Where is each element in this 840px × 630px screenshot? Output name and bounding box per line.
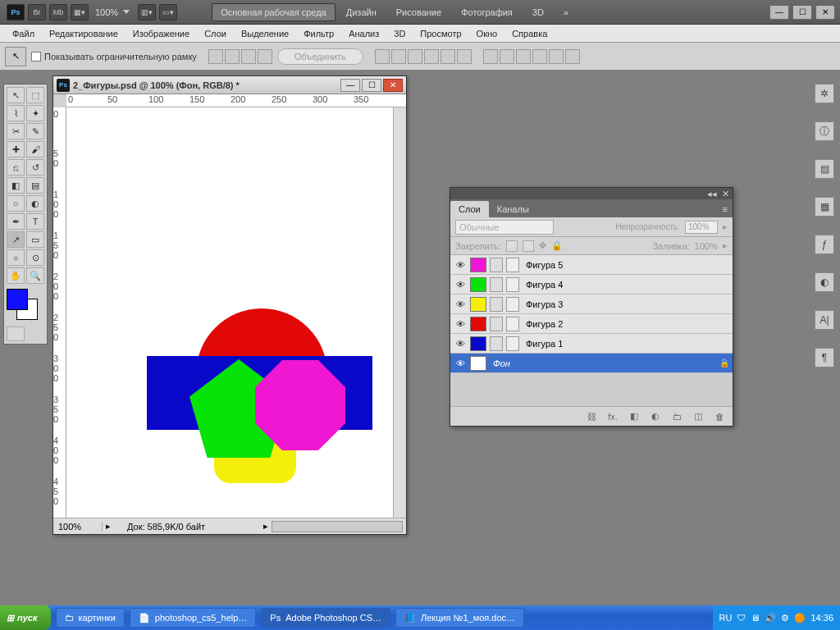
align-right-icon[interactable] bbox=[457, 49, 472, 64]
taskbar-item[interactable]: Ps Adobe Photoshop CS… bbox=[261, 608, 390, 628]
lock-move-icon[interactable]: ✥ bbox=[539, 240, 546, 251]
menu-select[interactable]: Выделение bbox=[234, 26, 296, 41]
workspace-paint[interactable]: Рисование bbox=[387, 3, 450, 21]
workspace-3d[interactable]: 3D bbox=[523, 3, 553, 21]
vector-mask-icon[interactable] bbox=[490, 297, 503, 312]
visibility-icon[interactable]: 👁 bbox=[454, 317, 467, 331]
align-icon[interactable] bbox=[225, 49, 240, 64]
vector-mask-icon[interactable] bbox=[490, 317, 503, 331]
marquee-tool-icon[interactable]: ⬚ bbox=[26, 87, 44, 103]
layer-name[interactable]: Фон bbox=[490, 358, 510, 368]
menu-window[interactable]: Окно bbox=[469, 26, 505, 41]
tray-icon[interactable]: 🖥 bbox=[751, 613, 760, 623]
vector-mask-icon[interactable] bbox=[490, 336, 503, 351]
gradient-tool-icon[interactable]: ▤ bbox=[26, 177, 44, 194]
lasso-tool-icon[interactable]: ⌇ bbox=[7, 105, 25, 121]
dodge-tool-icon[interactable]: ◐ bbox=[26, 195, 44, 212]
workspace-design[interactable]: Дизайн bbox=[337, 3, 386, 21]
fx-icon[interactable]: fx. bbox=[606, 411, 619, 422]
zoom-level[interactable]: 100% bbox=[95, 7, 118, 17]
align-icon[interactable] bbox=[241, 49, 256, 64]
mask-add-icon[interactable]: ◧ bbox=[628, 411, 641, 422]
zoom-tool-icon[interactable]: 🔍 bbox=[26, 267, 44, 284]
bridge-icon[interactable]: Br bbox=[28, 4, 46, 21]
tray-icon[interactable]: 🔊 bbox=[765, 613, 776, 623]
layer-row[interactable]: 👁Фигура 4 bbox=[450, 275, 733, 294]
doc-maximize-button[interactable]: ☐ bbox=[362, 79, 381, 92]
doc-close-button[interactable]: ✕ bbox=[383, 79, 403, 92]
layer-thumb[interactable] bbox=[470, 317, 486, 331]
panel-header[interactable]: ◂◂✕ bbox=[450, 188, 733, 199]
crop-tool-icon[interactable]: ✂ bbox=[7, 123, 25, 139]
type-tool-icon[interactable]: T bbox=[26, 213, 44, 230]
visibility-icon[interactable]: 👁 bbox=[454, 258, 467, 272]
shape-tool-icon[interactable]: ▭ bbox=[26, 231, 44, 248]
menu-image[interactable]: Изображение bbox=[126, 26, 197, 41]
combine-button[interactable]: Объединить bbox=[277, 48, 363, 65]
layer-thumb[interactable] bbox=[470, 356, 486, 371]
eraser-tool-icon[interactable]: ◧ bbox=[7, 177, 25, 194]
mask-icon[interactable] bbox=[506, 258, 519, 272]
vector-mask-icon[interactable] bbox=[490, 277, 503, 292]
workspace-photo[interactable]: Фотография bbox=[452, 3, 522, 21]
path-tool-icon[interactable]: ↗ bbox=[7, 231, 25, 248]
layer-row[interactable]: 👁Фигура 2 bbox=[450, 314, 733, 334]
pen-tool-icon[interactable]: ✒ bbox=[7, 213, 25, 230]
layer-row[interactable]: 👁Фигура 5 bbox=[450, 255, 733, 275]
mask-icon[interactable] bbox=[506, 317, 519, 331]
current-tool-icon[interactable]: ↖ bbox=[5, 47, 26, 66]
view-extras-icon[interactable]: ▦▾ bbox=[71, 4, 89, 21]
adjust-icon[interactable]: ◐ bbox=[815, 272, 834, 292]
doc-minimize-button[interactable]: — bbox=[340, 79, 360, 92]
collapse-icon[interactable]: ◂◂ bbox=[707, 189, 717, 199]
heal-tool-icon[interactable]: ✚ bbox=[7, 141, 25, 158]
mask-icon[interactable] bbox=[506, 336, 519, 351]
ps-logo-icon[interactable]: Ps bbox=[7, 4, 25, 21]
blend-mode-select[interactable]: Обычные bbox=[455, 220, 554, 235]
visibility-icon[interactable]: 👁 bbox=[454, 337, 467, 350]
layer-thumb[interactable] bbox=[470, 258, 486, 272]
trash-icon[interactable]: 🗑 bbox=[713, 411, 726, 422]
screen-mode-icon[interactable]: ▭▾ bbox=[159, 4, 177, 21]
clock[interactable]: 14:36 bbox=[810, 613, 833, 623]
color-icon[interactable]: ▤ bbox=[815, 159, 834, 179]
layer-row[interactable]: 👁Фигура 1 bbox=[450, 334, 733, 354]
show-bbox-checkbox[interactable]: Показывать ограничительную рамку bbox=[31, 52, 197, 62]
status-menu-icon[interactable]: ▸ bbox=[263, 521, 272, 532]
close-button[interactable]: ✕ bbox=[815, 5, 835, 20]
dist-icon[interactable] bbox=[500, 49, 514, 64]
wand-tool-icon[interactable]: ✦ bbox=[26, 105, 44, 121]
layer-thumb[interactable] bbox=[470, 277, 486, 292]
menu-layers[interactable]: Слои bbox=[197, 26, 234, 41]
align-bottom-icon[interactable] bbox=[408, 49, 422, 64]
lock-trans-icon[interactable] bbox=[506, 240, 518, 252]
3d-camera-icon[interactable]: ⊙ bbox=[26, 249, 44, 266]
color-swatches[interactable] bbox=[7, 289, 44, 322]
menu-filter[interactable]: Фильтр bbox=[296, 26, 341, 41]
visibility-icon[interactable]: 👁 bbox=[454, 278, 467, 291]
3d-tool-icon[interactable]: ⟐ bbox=[7, 249, 25, 266]
para-icon[interactable]: ¶ bbox=[815, 348, 834, 368]
tray-icon[interactable]: ⚙ bbox=[781, 613, 789, 623]
layer-thumb[interactable] bbox=[470, 297, 486, 312]
align-left-icon[interactable] bbox=[424, 49, 439, 64]
dist-icon[interactable] bbox=[532, 49, 547, 64]
opacity-field[interactable]: 100% bbox=[685, 221, 718, 234]
panel-close-icon[interactable]: ✕ bbox=[722, 189, 729, 199]
align-hmid-icon[interactable] bbox=[441, 49, 455, 64]
dist-icon[interactable] bbox=[516, 49, 531, 64]
layer-row[interactable]: 👁Фигура 3 bbox=[450, 294, 733, 314]
language-indicator[interactable]: RU bbox=[719, 613, 733, 623]
horizontal-scrollbar[interactable] bbox=[272, 521, 403, 532]
vector-mask-icon[interactable] bbox=[490, 258, 503, 272]
tray-icon[interactable]: 🟠 bbox=[794, 613, 806, 623]
workspace-main[interactable]: Основная рабочая среда bbox=[212, 3, 336, 21]
menu-file[interactable]: Файл bbox=[5, 26, 42, 41]
taskbar-item[interactable]: 📄 photoshop_cs5_help… bbox=[130, 608, 257, 628]
menu-edit[interactable]: Редактирование bbox=[42, 26, 126, 41]
menu-3d[interactable]: 3D bbox=[386, 26, 413, 41]
lock-all-icon[interactable]: 🔒 bbox=[551, 240, 563, 251]
menu-analysis[interactable]: Анализ bbox=[341, 26, 386, 41]
info-icon[interactable]: ⓘ bbox=[815, 121, 834, 141]
panel-menu-icon[interactable]: ≡ bbox=[718, 201, 733, 217]
